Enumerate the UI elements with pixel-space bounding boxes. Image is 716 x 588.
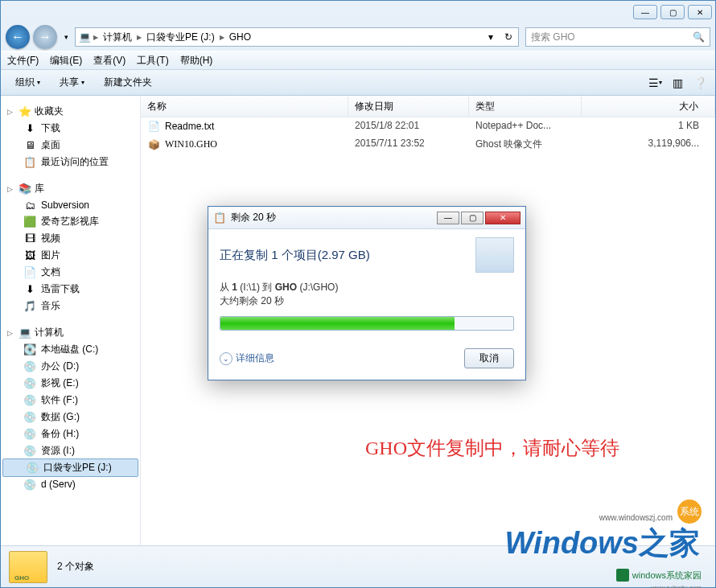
txt-file-icon: 📄 [147, 120, 160, 133]
sidebar-drive-g[interactable]: 💿数据 (G:) [1, 409, 140, 426]
menubar: 文件(F) 编辑(E) 查看(V) 工具(T) 帮助(H) [1, 51, 715, 70]
dialog-minimize-button[interactable]: — [437, 212, 459, 224]
help-icon[interactable]: ❔ [691, 74, 709, 92]
file-row[interactable]: 📄Readme.txt 2015/1/8 22:01 Notepad++ Doc… [141, 117, 715, 135]
col-date[interactable]: 修改日期 [348, 97, 469, 117]
watermark-url: www.windowszj.com [599, 513, 673, 522]
preview-pane-button[interactable]: ▥ [669, 74, 686, 92]
status-count: 2 个对象 [57, 560, 94, 574]
chevron-right-icon: ▶ [218, 34, 226, 41]
watermark-badge: 系统 [677, 500, 702, 524]
sidebar-drive-d[interactable]: 💿办公 (D:) [1, 358, 140, 375]
address-bar[interactable]: 💻 ▶ 计算机 ▶ 口袋专业PE (J:) ▶ GHO ▾ ↻ [75, 27, 519, 47]
col-name[interactable]: 名称 [141, 97, 348, 117]
cancel-button[interactable]: 取消 [464, 348, 514, 368]
sidebar-drive-e[interactable]: 💿影视 (E:) [1, 375, 140, 392]
sidebar-drive-j[interactable]: 💿口袋专业PE (J:) [2, 458, 138, 477]
sidebar-computer[interactable]: ▷💻计算机 [1, 324, 140, 341]
dialog-header: 正在复制 1 个项目(2.97 GB) [208, 229, 525, 281]
progress-fill [220, 317, 455, 330]
sidebar-item-documents[interactable]: 📄文档 [1, 264, 140, 281]
minimize-button[interactable]: — [633, 5, 657, 19]
gho-file-icon: 📦 [147, 138, 160, 151]
sidebar: ▷⭐收藏夹 ⬇下载 🖥桌面 📋最近访问的位置 ▷📚库 🗂Subversion 🟩… [1, 97, 141, 545]
wall-icon [616, 569, 629, 582]
dialog-title: 剩余 20 秒 [231, 211, 432, 224]
column-headers: 名称 修改日期 类型 大小 [141, 97, 715, 117]
progress-bar [220, 316, 514, 331]
chevron-down-icon: ⌄ [220, 352, 232, 365]
sidebar-drive-f[interactable]: 💿软件 (F:) [1, 392, 140, 409]
menu-file[interactable]: 文件(F) [7, 54, 39, 68]
refresh-icon[interactable]: ↻ [500, 29, 516, 45]
computer-icon: 💻 [19, 327, 31, 339]
crumb-folder[interactable]: GHO [226, 28, 254, 46]
details-toggle[interactable]: ⌄ 详细信息 [220, 352, 274, 365]
sidebar-item-subversion[interactable]: 🗂Subversion [1, 197, 140, 213]
view-mode-button[interactable]: ☰ ▾ [646, 74, 664, 92]
search-input[interactable]: 搜索 GHO 🔍 [525, 27, 710, 47]
sidebar-item-downloads[interactable]: ⬇下载 [1, 120, 140, 137]
share-button[interactable]: 共享▾ [51, 73, 93, 92]
sidebar-item-iqiyi[interactable]: 🟩爱奇艺影视库 [1, 213, 140, 230]
computer-icon: 💻 [77, 30, 92, 44]
download-icon: ⬇ [23, 122, 36, 135]
sidebar-item-music[interactable]: 🎵音乐 [1, 298, 140, 315]
menu-help[interactable]: 帮助(H) [180, 54, 213, 68]
star-icon: ⭐ [19, 105, 31, 118]
file-row[interactable]: 📦WIN10.GHO 2015/7/11 23:52 Ghost 映像文件 3,… [141, 135, 715, 154]
time-remaining: 大约剩余 20 秒 [220, 294, 514, 308]
dialog-titlebar[interactable]: 📋 剩余 20 秒 — ▢ ✕ [208, 207, 525, 229]
chevron-right-icon: ▶ [135, 34, 143, 41]
search-icon: 🔍 [693, 31, 705, 43]
chevron-right-icon: ▶ [92, 34, 100, 41]
sidebar-item-desktop[interactable]: 🖥桌面 [1, 137, 140, 154]
organize-button[interactable]: 组织▾ [7, 73, 48, 92]
navbar: ← → ▾ 💻 ▶ 计算机 ▶ 口袋专业PE (J:) ▶ GHO ▾ ↻ 搜索… [1, 23, 715, 51]
desktop-icon: 🖥 [23, 139, 36, 152]
dialog-body: 从 1 (I:\1) 到 GHO (J:\GHO) 大约剩余 20 秒 [208, 281, 525, 342]
file-thumbnail [475, 237, 514, 273]
sidebar-libraries[interactable]: ▷📚库 [1, 180, 140, 197]
annotation-text: GHO文件复制中，请耐心等待 [294, 435, 691, 461]
recent-icon: 📋 [23, 156, 36, 169]
copy-icon: 📋 [213, 212, 226, 224]
sidebar-item-videos[interactable]: 🎞视频 [1, 230, 140, 247]
toolbar: 组织▾ 共享▾ 新建文件夹 ☰ ▾ ▥ ❔ [1, 70, 715, 96]
menu-view[interactable]: 查看(V) [93, 54, 126, 68]
sidebar-item-pictures[interactable]: 🖼图片 [1, 247, 140, 264]
history-dropdown[interactable]: ▾ [60, 29, 72, 45]
watermark-logo: Windows之家 [505, 523, 700, 564]
crumb-computer[interactable]: 计算机 [100, 28, 135, 46]
sidebar-drive-c[interactable]: 💽本地磁盘 (C:) [1, 341, 140, 358]
menu-edit[interactable]: 编辑(E) [50, 54, 82, 68]
dialog-close-button[interactable]: ✕ [485, 212, 521, 224]
library-icon: 📚 [19, 183, 31, 195]
sidebar-drive-serv[interactable]: 💿d (Serv) [1, 476, 140, 492]
forward-button[interactable]: → [33, 25, 57, 49]
col-size[interactable]: 大小 [582, 97, 715, 117]
sidebar-favorites[interactable]: ▷⭐收藏夹 [1, 103, 140, 120]
watermark-small: windows系统家园 [616, 569, 702, 582]
address-dropdown[interactable]: ▾ [483, 29, 499, 45]
sidebar-item-xunlei[interactable]: ⬇迅雷下载 [1, 281, 140, 298]
crumb-drive[interactable]: 口袋专业PE (J:) [143, 28, 218, 46]
titlebar: — ▢ ✕ [1, 1, 715, 23]
close-button[interactable]: ✕ [688, 5, 712, 19]
new-folder-button[interactable]: 新建文件夹 [96, 73, 160, 92]
dialog-maximize-button[interactable]: ▢ [461, 212, 484, 224]
menu-tools[interactable]: 工具(T) [137, 54, 168, 68]
sidebar-drive-h[interactable]: 💿备份 (H:) [1, 426, 140, 442]
search-placeholder: 搜索 GHO [531, 31, 575, 44]
dialog-footer: ⌄ 详细信息 取消 [208, 342, 525, 380]
maximize-button[interactable]: ▢ [660, 5, 685, 19]
watermark-small-url: www.ruihaitu.com [651, 584, 702, 588]
copy-from-to: 从 1 (I:\1) 到 GHO (J:\GHO) [220, 281, 514, 294]
col-type[interactable]: 类型 [469, 97, 582, 117]
back-button[interactable]: ← [6, 25, 30, 49]
sidebar-item-recent[interactable]: 📋最近访问的位置 [1, 154, 140, 171]
copy-dialog: 📋 剩余 20 秒 — ▢ ✕ 正在复制 1 个项目(2.97 GB) 从 1 … [208, 206, 526, 380]
dialog-headline: 正在复制 1 个项目(2.97 GB) [220, 248, 370, 263]
sidebar-drive-i[interactable]: 💿资源 (I:) [1, 442, 140, 459]
folder-thumbnail [9, 551, 47, 583]
